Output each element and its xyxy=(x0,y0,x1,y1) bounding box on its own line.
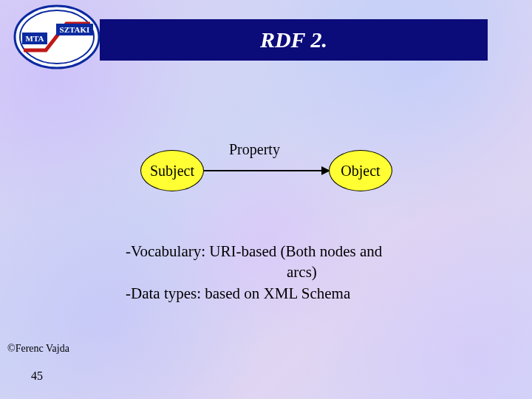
body-line-2: -Data types: based on XML Schema xyxy=(126,283,466,304)
object-label: Object xyxy=(341,163,380,180)
logo-right-text: SZTAKI xyxy=(60,25,90,34)
mta-sztaki-logo: MTA SZTAKI xyxy=(13,4,100,69)
logo-left-text: MTA xyxy=(26,34,44,43)
subject-node: Subject xyxy=(140,150,204,191)
property-arrow xyxy=(204,170,330,171)
body-text: -Vocabulary: URI-based (Both nodes and a… xyxy=(126,241,466,304)
body-line-1b: arcs) xyxy=(126,262,466,282)
rdf-triple-diagram: Subject Property Object xyxy=(140,137,406,203)
footer-page-number: 45 xyxy=(31,369,43,383)
slide-title: RDF 2. xyxy=(260,27,327,52)
footer-author: ©Ferenc Vajda xyxy=(7,343,69,355)
property-label: Property xyxy=(229,141,280,158)
title-bar: RDF 2. xyxy=(100,19,488,61)
subject-label: Subject xyxy=(150,163,194,180)
object-node: Object xyxy=(329,150,392,191)
body-line-1a: -Vocabulary: URI-based (Both nodes and xyxy=(126,241,466,262)
